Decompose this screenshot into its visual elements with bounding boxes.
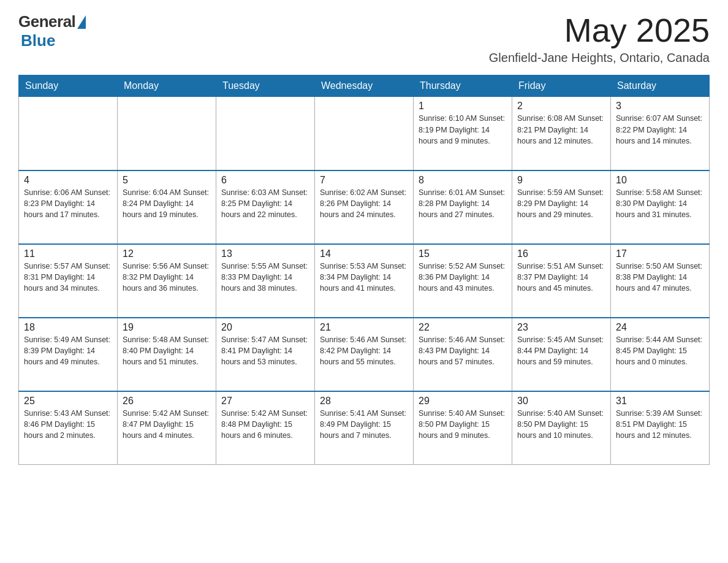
logo-blue-text: Blue [21,31,55,50]
calendar-cell: 10Sunrise: 5:58 AM Sunset: 8:30 PM Dayli… [611,170,710,244]
day-info: Sunrise: 5:53 AM Sunset: 8:34 PM Dayligh… [320,261,408,294]
calendar-cell: 29Sunrise: 5:40 AM Sunset: 8:50 PM Dayli… [414,391,512,465]
calendar-cell: 31Sunrise: 5:39 AM Sunset: 8:51 PM Dayli… [611,391,710,465]
calendar-cell: 15Sunrise: 5:52 AM Sunset: 8:36 PM Dayli… [414,244,512,318]
day-info: Sunrise: 5:56 AM Sunset: 8:32 PM Dayligh… [123,261,211,294]
day-number: 22 [419,322,507,333]
calendar-cell: 27Sunrise: 5:42 AM Sunset: 8:48 PM Dayli… [216,391,315,465]
calendar-cell [315,97,414,170]
day-number: 9 [517,175,605,186]
col-saturday: Saturday [611,75,710,97]
day-info: Sunrise: 5:59 AM Sunset: 8:29 PM Dayligh… [517,187,605,220]
month-title: May 2025 [489,12,710,48]
col-thursday: Thursday [414,75,512,97]
day-number: 29 [419,396,507,407]
calendar-cell: 14Sunrise: 5:53 AM Sunset: 8:34 PM Dayli… [315,244,414,318]
day-number: 6 [221,175,309,186]
calendar-cell [216,97,315,170]
day-info: Sunrise: 5:41 AM Sunset: 8:49 PM Dayligh… [320,408,408,441]
day-info: Sunrise: 5:42 AM Sunset: 8:47 PM Dayligh… [123,408,211,441]
day-number: 14 [320,248,408,259]
title-section: May 2025 Glenfield-Jane Heights, Ontario… [489,12,710,65]
col-friday: Friday [512,75,611,97]
day-number: 16 [517,248,605,259]
calendar-cell: 23Sunrise: 5:45 AM Sunset: 8:44 PM Dayli… [512,318,611,391]
logo-general-text: General [18,12,75,31]
day-number: 17 [616,248,704,259]
day-number: 10 [616,175,704,186]
day-info: Sunrise: 5:49 AM Sunset: 8:39 PM Dayligh… [24,334,112,367]
day-number: 2 [517,101,605,112]
calendar-cell: 19Sunrise: 5:48 AM Sunset: 8:40 PM Dayli… [118,318,216,391]
day-info: Sunrise: 5:48 AM Sunset: 8:40 PM Dayligh… [123,334,211,367]
day-number: 28 [320,396,408,407]
calendar-cell: 25Sunrise: 5:43 AM Sunset: 8:46 PM Dayli… [19,391,118,465]
calendar-cell: 5Sunrise: 6:04 AM Sunset: 8:24 PM Daylig… [118,170,216,244]
day-info: Sunrise: 6:08 AM Sunset: 8:21 PM Dayligh… [517,113,605,146]
calendar-cell: 1Sunrise: 6:10 AM Sunset: 8:19 PM Daylig… [414,97,512,170]
day-number: 21 [320,322,408,333]
day-number: 27 [221,396,309,407]
calendar-week-row: 18Sunrise: 5:49 AM Sunset: 8:39 PM Dayli… [19,318,710,391]
calendar-cell: 8Sunrise: 6:01 AM Sunset: 8:28 PM Daylig… [414,170,512,244]
calendar-week-row: 4Sunrise: 6:06 AM Sunset: 8:23 PM Daylig… [19,170,710,244]
day-number: 13 [221,248,309,259]
calendar-cell: 3Sunrise: 6:07 AM Sunset: 8:22 PM Daylig… [611,97,710,170]
calendar-cell: 2Sunrise: 6:08 AM Sunset: 8:21 PM Daylig… [512,97,611,170]
day-number: 23 [517,322,605,333]
calendar-cell: 4Sunrise: 6:06 AM Sunset: 8:23 PM Daylig… [19,170,118,244]
calendar-cell: 18Sunrise: 5:49 AM Sunset: 8:39 PM Dayli… [19,318,118,391]
day-info: Sunrise: 5:55 AM Sunset: 8:33 PM Dayligh… [221,261,309,294]
day-number: 26 [123,396,211,407]
day-number: 7 [320,175,408,186]
day-info: Sunrise: 5:50 AM Sunset: 8:38 PM Dayligh… [616,261,704,294]
calendar-cell: 24Sunrise: 5:44 AM Sunset: 8:45 PM Dayli… [611,318,710,391]
day-number: 20 [221,322,309,333]
day-info: Sunrise: 6:10 AM Sunset: 8:19 PM Dayligh… [419,113,507,146]
day-info: Sunrise: 6:04 AM Sunset: 8:24 PM Dayligh… [123,187,211,220]
day-number: 11 [24,248,112,259]
day-info: Sunrise: 5:43 AM Sunset: 8:46 PM Dayligh… [24,408,112,441]
day-number: 3 [616,101,704,112]
calendar-cell: 28Sunrise: 5:41 AM Sunset: 8:49 PM Dayli… [315,391,414,465]
day-number: 1 [419,101,507,112]
day-number: 15 [419,248,507,259]
day-number: 5 [123,175,211,186]
day-info: Sunrise: 5:44 AM Sunset: 8:45 PM Dayligh… [616,334,704,367]
day-number: 30 [517,396,605,407]
day-info: Sunrise: 5:58 AM Sunset: 8:30 PM Dayligh… [616,187,704,220]
location-title: Glenfield-Jane Heights, Ontario, Canada [489,51,710,65]
day-info: Sunrise: 5:46 AM Sunset: 8:43 PM Dayligh… [419,334,507,367]
calendar-cell: 11Sunrise: 5:57 AM Sunset: 8:31 PM Dayli… [19,244,118,318]
calendar-cell: 7Sunrise: 6:02 AM Sunset: 8:26 PM Daylig… [315,170,414,244]
calendar-cell: 9Sunrise: 5:59 AM Sunset: 8:29 PM Daylig… [512,170,611,244]
calendar-cell: 12Sunrise: 5:56 AM Sunset: 8:32 PM Dayli… [118,244,216,318]
day-info: Sunrise: 5:57 AM Sunset: 8:31 PM Dayligh… [24,261,112,294]
calendar-cell: 22Sunrise: 5:46 AM Sunset: 8:43 PM Dayli… [414,318,512,391]
calendar-cell: 17Sunrise: 5:50 AM Sunset: 8:38 PM Dayli… [611,244,710,318]
calendar-header-row: Sunday Monday Tuesday Wednesday Thursday… [19,75,710,97]
day-number: 24 [616,322,704,333]
calendar-week-row: 25Sunrise: 5:43 AM Sunset: 8:46 PM Dayli… [19,391,710,465]
day-info: Sunrise: 5:45 AM Sunset: 8:44 PM Dayligh… [517,334,605,367]
calendar-cell: 13Sunrise: 5:55 AM Sunset: 8:33 PM Dayli… [216,244,315,318]
day-info: Sunrise: 5:39 AM Sunset: 8:51 PM Dayligh… [616,408,704,441]
col-tuesday: Tuesday [216,75,315,97]
calendar-cell: 20Sunrise: 5:47 AM Sunset: 8:41 PM Dayli… [216,318,315,391]
day-number: 18 [24,322,112,333]
calendar-week-row: 11Sunrise: 5:57 AM Sunset: 8:31 PM Dayli… [19,244,710,318]
page-header: General Blue May 2025 Glenfield-Jane Hei… [18,12,710,65]
day-number: 8 [419,175,507,186]
day-info: Sunrise: 5:40 AM Sunset: 8:50 PM Dayligh… [517,408,605,441]
day-info: Sunrise: 5:42 AM Sunset: 8:48 PM Dayligh… [221,408,309,441]
logo: General Blue [18,12,86,50]
col-monday: Monday [118,75,216,97]
day-info: Sunrise: 6:01 AM Sunset: 8:28 PM Dayligh… [419,187,507,220]
day-number: 12 [123,248,211,259]
day-info: Sunrise: 6:06 AM Sunset: 8:23 PM Dayligh… [24,187,112,220]
calendar-cell: 26Sunrise: 5:42 AM Sunset: 8:47 PM Dayli… [118,391,216,465]
calendar-cell: 21Sunrise: 5:46 AM Sunset: 8:42 PM Dayli… [315,318,414,391]
day-info: Sunrise: 6:03 AM Sunset: 8:25 PM Dayligh… [221,187,309,220]
logo-triangle-icon [77,15,86,29]
calendar-cell: 6Sunrise: 6:03 AM Sunset: 8:25 PM Daylig… [216,170,315,244]
